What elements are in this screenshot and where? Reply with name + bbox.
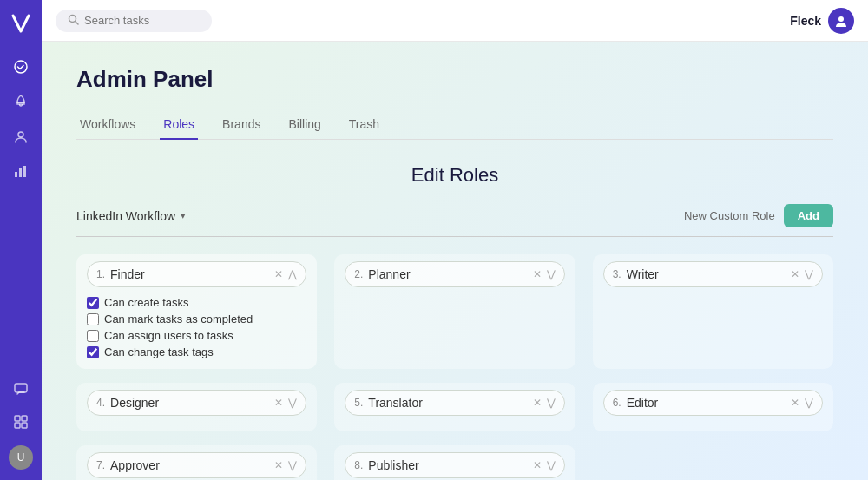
chevron-down-icon-approver[interactable]: ⋁ xyxy=(288,459,297,471)
role-pill-right-publisher: ✕ ⋁ xyxy=(533,459,556,471)
sidebar: U xyxy=(0,0,42,480)
role-card-finder: 1. Finder ✕ ⋀ Can create tasks Can mark … xyxy=(76,254,317,369)
checkbox-assign-users[interactable] xyxy=(87,330,99,342)
role-card-planner: 2. Planner ✕ ⋁ xyxy=(334,254,575,369)
chevron-down-icon-editor[interactable]: ⋁ xyxy=(805,397,813,409)
role-pill-left-designer: 4. Designer xyxy=(96,396,159,410)
permission-change-tags: Can change task tags xyxy=(87,345,306,358)
tabs: Workflows Roles Brands Billing Trash xyxy=(76,110,833,140)
workflow-bar: LinkedIn Workflow ▾ New Custom Role Add xyxy=(76,204,833,237)
role-number-1: 1. xyxy=(96,268,105,280)
checkmark-icon[interactable] xyxy=(11,57,30,76)
close-icon-planner[interactable]: ✕ xyxy=(533,268,542,280)
tab-workflows[interactable]: Workflows xyxy=(76,110,139,140)
role-pill-right-editor: ✕ ⋁ xyxy=(791,397,813,409)
section-title: Edit Roles xyxy=(76,164,833,187)
chat-icon[interactable] xyxy=(11,379,30,398)
role-pill-right-planner: ✕ ⋁ xyxy=(533,268,556,280)
search-input[interactable] xyxy=(84,14,188,27)
permission-label-change-tags: Can change task tags xyxy=(104,345,214,358)
user-avatar-sidebar[interactable]: U xyxy=(9,445,33,470)
user-avatar[interactable] xyxy=(828,8,854,34)
role-card-approver: 7. Approver ✕ ⋁ xyxy=(76,445,317,480)
role-number-4: 4. xyxy=(96,397,105,409)
close-icon-finder[interactable]: ✕ xyxy=(274,268,283,280)
tab-brands[interactable]: Brands xyxy=(219,110,264,140)
role-pill-publisher: 8. Publisher ✕ ⋁ xyxy=(345,452,564,478)
close-icon-editor[interactable]: ✕ xyxy=(791,397,799,409)
tab-roles[interactable]: Roles xyxy=(160,110,198,140)
role-pill-left-publisher: 8. Publisher xyxy=(354,458,418,472)
tab-trash[interactable]: Trash xyxy=(345,110,383,140)
svg-rect-5 xyxy=(15,384,27,392)
app-logo[interactable] xyxy=(8,10,34,36)
grid-icon[interactable] xyxy=(11,412,30,431)
close-icon-translator[interactable]: ✕ xyxy=(533,397,542,409)
role-pill-right-writer: ✕ ⋁ xyxy=(791,268,813,280)
permission-assign-users: Can assign users to tasks xyxy=(87,329,306,342)
search-icon xyxy=(68,14,79,28)
chevron-down-icon-writer[interactable]: ⋁ xyxy=(805,268,813,280)
svg-rect-9 xyxy=(22,423,27,428)
svg-rect-7 xyxy=(22,416,27,421)
close-icon-designer[interactable]: ✕ xyxy=(274,397,283,409)
main-area: Fleck Admin Panel Workflows Roles Brands… xyxy=(42,0,868,480)
role-number-2: 2. xyxy=(354,268,363,280)
tab-billing[interactable]: Billing xyxy=(285,110,324,140)
role-number-7: 7. xyxy=(96,459,105,471)
svg-rect-2 xyxy=(15,172,17,177)
page-title: Admin Panel xyxy=(76,66,833,93)
role-pill-finder: 1. Finder ✕ ⋀ xyxy=(87,261,306,287)
role-name-editor: Editor xyxy=(627,396,659,410)
role-pill-right: ✕ ⋀ xyxy=(274,268,297,280)
chevron-down-icon-translator[interactable]: ⋁ xyxy=(547,397,556,409)
roles-grid: 1. Finder ✕ ⋀ Can create tasks Can mark … xyxy=(76,254,833,480)
permission-create-tasks: Can create tasks xyxy=(87,296,306,309)
role-card-editor: 6. Editor ✕ ⋁ xyxy=(593,383,833,431)
role-pill-left-editor: 6. Editor xyxy=(613,396,659,410)
search-box[interactable] xyxy=(56,10,212,32)
close-icon-writer[interactable]: ✕ xyxy=(791,268,799,280)
chevron-up-icon-finder[interactable]: ⋀ xyxy=(288,268,297,280)
role-card-designer: 4. Designer ✕ ⋁ xyxy=(76,383,317,431)
role-card-translator: 5. Translator ✕ ⋁ xyxy=(334,383,575,431)
role-pill-writer: 3. Writer ✕ ⋁ xyxy=(603,261,823,287)
role-card-writer: 3. Writer ✕ ⋁ xyxy=(593,254,833,369)
close-icon-publisher[interactable]: ✕ xyxy=(533,459,542,471)
checkbox-change-tags[interactable] xyxy=(87,346,99,358)
role-pill-left-planner: 2. Planner xyxy=(354,267,410,281)
svg-rect-8 xyxy=(15,423,20,428)
checkbox-create-tasks[interactable] xyxy=(87,297,99,309)
svg-point-11 xyxy=(838,16,844,22)
svg-point-0 xyxy=(15,61,27,73)
role-pill-left-writer: 3. Writer xyxy=(613,267,659,281)
role-number-8: 8. xyxy=(354,459,363,471)
add-button[interactable]: Add xyxy=(784,204,833,227)
permission-label-assign-users: Can assign users to tasks xyxy=(104,329,233,342)
role-name-designer: Designer xyxy=(110,396,159,410)
role-pill-planner: 2. Planner ✕ ⋁ xyxy=(345,261,564,287)
workflow-selector[interactable]: LinkedIn Workflow ▾ xyxy=(76,209,186,223)
role-name-planner: Planner xyxy=(368,267,410,281)
close-icon-approver[interactable]: ✕ xyxy=(274,459,283,471)
svg-rect-3 xyxy=(19,168,22,177)
role-pill-left-translator: 5. Translator xyxy=(354,396,423,410)
chevron-down-icon-planner[interactable]: ⋁ xyxy=(547,268,556,280)
chevron-down-icon-designer[interactable]: ⋁ xyxy=(288,397,297,409)
workflow-name: LinkedIn Workflow xyxy=(76,209,175,223)
role-name-publisher: Publisher xyxy=(368,458,418,472)
bell-icon[interactable] xyxy=(11,92,30,111)
role-pill-approver: 7. Approver ✕ ⋁ xyxy=(87,452,306,478)
role-name-translator: Translator xyxy=(368,396,423,410)
chevron-down-icon-publisher[interactable]: ⋁ xyxy=(547,459,556,471)
chevron-down-icon: ▾ xyxy=(181,210,186,221)
workflow-right: New Custom Role Add xyxy=(684,204,833,227)
checkbox-mark-completed[interactable] xyxy=(87,313,99,325)
users-icon[interactable] xyxy=(11,127,30,146)
chart-icon[interactable] xyxy=(11,161,30,181)
permission-mark-completed: Can mark tasks as completed xyxy=(87,312,306,325)
role-pill-right-translator: ✕ ⋁ xyxy=(533,397,556,409)
role-number-3: 3. xyxy=(613,268,621,280)
role-card-publisher: 8. Publisher ✕ ⋁ xyxy=(334,445,575,480)
topbar: Fleck xyxy=(42,0,868,42)
